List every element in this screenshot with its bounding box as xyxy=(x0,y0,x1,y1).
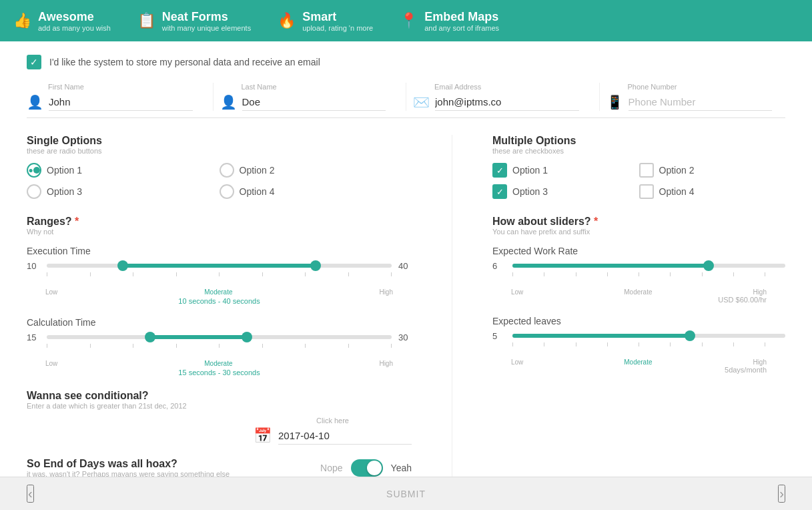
exec-tick-low: Low xyxy=(45,288,57,296)
calculation-time-range: Calculation Time 15 30 xyxy=(27,317,412,376)
toggle-section: So End of Days was all hoax? it was, was… xyxy=(27,458,412,477)
checkbox-1[interactable]: ✓ xyxy=(492,163,507,178)
execution-time-label: Execution Time xyxy=(27,246,412,256)
radio-3-circle[interactable] xyxy=(27,184,41,199)
last-name-input[interactable] xyxy=(242,93,386,111)
radio-option-1[interactable]: ● Option 1 xyxy=(27,163,220,178)
checkbox-2-label: Option 2 xyxy=(659,165,695,176)
phone-input[interactable] xyxy=(629,93,773,111)
ranges-section: Ranges? * Why not Execution Time 10 xyxy=(27,216,412,376)
phone-icon: 📱 xyxy=(606,94,623,110)
calendar-icon: 📅 xyxy=(254,427,272,445)
radio-option-2[interactable]: Option 2 xyxy=(220,163,412,178)
email-input[interactable] xyxy=(435,93,579,111)
calc-tick-mod: Moderate xyxy=(204,360,232,367)
checkbox-option-3[interactable]: ✓ Option 3 xyxy=(492,184,639,199)
footer: ‹ SUBMIT › xyxy=(0,477,812,510)
consent-checkbox[interactable]: ✓ xyxy=(27,55,41,69)
checkbox-3-label: Option 3 xyxy=(512,186,548,197)
calc-track[interactable] xyxy=(47,332,392,342)
exec-tick-high: High xyxy=(379,288,393,296)
radio-option-3[interactable]: Option 3 xyxy=(27,184,220,199)
radio-3-label: Option 3 xyxy=(47,186,82,197)
checkbox-4-label: Option 4 xyxy=(659,186,695,197)
leaves-label: Expected leaves xyxy=(492,316,785,326)
date-input[interactable] xyxy=(278,427,412,445)
single-options-grid: ● Option 1 Option 2 Option 3 Optio xyxy=(27,163,412,199)
leaves-val: 5 xyxy=(492,331,506,341)
leaves-tick-low: Low xyxy=(511,358,523,366)
work-tick-high: High xyxy=(753,288,767,296)
embed-maps-subtitle: and any sort of iframes xyxy=(424,24,499,32)
neat-forms-title: Neat Forms xyxy=(162,10,251,24)
two-panel: Single Options these are radio buttons ●… xyxy=(27,135,785,477)
leaves-track[interactable] xyxy=(512,330,785,341)
sliders-title: How about sliders? * xyxy=(492,216,785,228)
date-question: Wanna see conditional? xyxy=(27,390,412,402)
calc-max-val: 30 xyxy=(398,332,412,342)
main-content: ✓ I'd like the system to store my person… xyxy=(0,41,812,477)
radio-2-label: Option 2 xyxy=(240,165,275,176)
embed-maps-title: Embed Maps xyxy=(424,10,499,24)
date-subtitle: Enter a date which is greater than 21st … xyxy=(27,402,412,410)
multiple-options-section: Multiple Options these are checkboxes ✓ … xyxy=(492,135,785,199)
leaves-tick-high: High xyxy=(753,358,767,366)
single-options-title: Single Options xyxy=(27,135,412,147)
toggle-question: So End of Days was all hoax? xyxy=(27,458,320,470)
execution-max-val: 40 xyxy=(398,261,412,271)
smart-nav[interactable]: 🔥 Smart upload, rating 'n more xyxy=(278,10,373,32)
toggle-nope-label: Nope xyxy=(320,463,342,473)
submit-button[interactable]: SUBMIT xyxy=(386,489,426,499)
radio-4-circle[interactable] xyxy=(220,184,234,199)
radio-1-circle[interactable]: ● xyxy=(27,163,41,178)
execution-time-range: Execution Time 10 40 xyxy=(27,246,412,305)
smart-subtitle: upload, rating 'n more xyxy=(302,24,373,32)
left-panel: Single Options these are radio buttons ●… xyxy=(27,135,412,477)
brand[interactable]: 👍 Awesome add as many you wish xyxy=(13,10,111,32)
toggle-yeah-label: Yeah xyxy=(391,463,412,473)
next-button[interactable]: › xyxy=(778,485,785,503)
radio-option-4[interactable]: Option 4 xyxy=(220,184,412,199)
single-options-subtitle: these are radio buttons xyxy=(27,147,412,155)
last-name-label: Last Name xyxy=(242,83,386,91)
checkbox-option-1[interactable]: ✓ Option 1 xyxy=(492,163,639,178)
radio-4-label: Option 4 xyxy=(240,186,275,197)
leaves-desc: 5days/month xyxy=(492,366,785,374)
radio-1-label: Option 1 xyxy=(47,165,82,176)
calculation-time-label: Calculation Time xyxy=(27,317,412,328)
embed-maps-nav[interactable]: 📍 Embed Maps and any sort of iframes xyxy=(400,10,499,32)
phone-group: Phone Number 📱 xyxy=(606,83,786,111)
neat-forms-nav[interactable]: 📋 Neat Forms with many unique elements xyxy=(137,10,251,32)
work-rate-label: Expected Work Rate xyxy=(492,246,785,256)
email-label: Email Address xyxy=(434,83,579,91)
multiple-options-grid: ✓ Option 1 Option 2 ✓ Option 3 Option 4 xyxy=(492,163,785,199)
execution-desc: 10 seconds - 40 seconds xyxy=(27,297,412,305)
first-name-input[interactable] xyxy=(49,93,193,111)
ranges-subtitle: Why not xyxy=(27,228,412,236)
multiple-options-subtitle: these are checkboxes xyxy=(492,147,785,155)
radio-2-circle[interactable] xyxy=(220,163,234,178)
email-group: Email Address ✉️ xyxy=(413,83,592,111)
smart-title: Smart xyxy=(302,10,373,24)
prev-button[interactable]: ‹ xyxy=(27,485,34,503)
first-name-label: First Name xyxy=(48,83,193,91)
work-tick-mod: Moderate xyxy=(624,288,652,296)
consent-text: I'd like the system to store my personal… xyxy=(49,57,320,67)
work-rate-val: 6 xyxy=(492,261,506,271)
execution-min-val: 10 xyxy=(27,261,40,271)
checkbox-4[interactable] xyxy=(639,184,654,199)
checkbox-2[interactable] xyxy=(639,163,654,178)
checkbox-option-4[interactable]: Option 4 xyxy=(639,184,786,199)
date-click-label: Click here xyxy=(254,417,412,425)
work-tick-low: Low xyxy=(511,288,523,296)
phone-label: Phone Number xyxy=(628,83,773,91)
checkbox-3[interactable]: ✓ xyxy=(492,184,507,199)
person2-icon: 👤 xyxy=(220,94,237,110)
person-icon: 👤 xyxy=(27,94,43,110)
toggle-switch[interactable] xyxy=(351,459,383,477)
work-rate-track[interactable] xyxy=(512,260,785,271)
checkbox-option-2[interactable]: Option 2 xyxy=(639,163,786,178)
neat-forms-icon: 📋 xyxy=(137,12,155,29)
calc-tick-low: Low xyxy=(45,360,57,367)
execution-track[interactable] xyxy=(47,260,392,271)
